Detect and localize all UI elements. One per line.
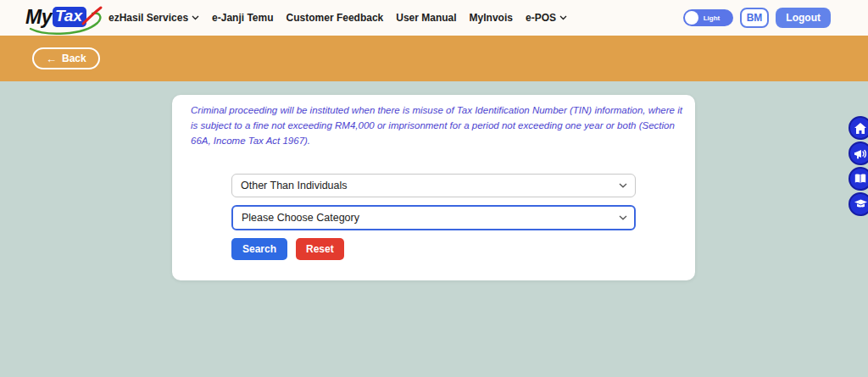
theme-toggle-label: Light <box>704 14 721 22</box>
announcement-icon[interactable] <box>849 141 868 165</box>
toggle-knob <box>685 11 698 25</box>
home-icon[interactable] <box>849 116 868 140</box>
back-button-label: Back <box>62 53 86 64</box>
logo-text-my: My <box>25 6 52 29</box>
menu-item-myinvois[interactable]: MyInvois <box>470 12 513 24</box>
category-select-wrap: Please Choose Category <box>231 205 636 230</box>
menu-label: Customer Feedback <box>287 12 384 24</box>
taxpayer-type-select[interactable]: Other Than Individuals <box>231 174 636 197</box>
theme-toggle[interactable]: Light <box>683 9 733 26</box>
graduation-cap-icon[interactable] <box>849 192 868 216</box>
mytax-logo[interactable]: My Tax <box>25 6 86 29</box>
menu-label: MyInvois <box>470 12 513 24</box>
menu-item-e-pos[interactable]: e-POS <box>526 12 567 24</box>
search-button[interactable]: Search <box>231 238 287 260</box>
language-bm-button[interactable]: BM <box>740 8 770 28</box>
form-buttons: Search Reset <box>231 238 636 260</box>
floating-icon-rail <box>849 116 868 216</box>
back-button[interactable]: ← Back <box>32 47 100 69</box>
main-content: Criminal proceeding will be instituted w… <box>0 95 868 280</box>
menu-label: e-POS <box>526 12 556 24</box>
menu-item-e-janji-temu[interactable]: e-Janji Temu <box>212 12 273 24</box>
category-select[interactable]: Please Choose Category <box>231 205 636 230</box>
book-icon[interactable] <box>849 167 868 191</box>
chevron-down-icon <box>559 15 567 20</box>
menu-item-customer-feedback[interactable]: Customer Feedback <box>287 12 384 24</box>
tin-search-card: Criminal proceeding will be instituted w… <box>172 95 695 280</box>
taxpayer-type-select-wrap: Other Than Individuals <box>231 174 636 197</box>
navbar-right-controls: Light BM Logout <box>683 8 831 28</box>
top-navbar: My Tax ezHasil Services e-Janji Temu Cus… <box>0 0 868 36</box>
search-form: Other Than Individuals Please Choose Cat… <box>231 174 636 260</box>
main-menu: ezHasil Services e-Janji Temu Customer F… <box>108 12 567 24</box>
menu-label: e-Janji Temu <box>212 12 273 24</box>
menu-item-user-manual[interactable]: User Manual <box>396 12 456 24</box>
menu-item-ezhasil-services[interactable]: ezHasil Services <box>108 12 199 24</box>
reset-button[interactable]: Reset <box>296 238 344 260</box>
logo-text-tax: Tax <box>53 7 86 27</box>
back-arrow-icon: ← <box>46 53 57 64</box>
menu-label: User Manual <box>396 12 456 24</box>
logout-button[interactable]: Logout <box>776 8 831 28</box>
chevron-down-icon <box>192 15 199 20</box>
menu-label: ezHasil Services <box>108 12 188 24</box>
criminal-proceeding-notice: Criminal proceeding will be instituted w… <box>191 103 687 148</box>
subheader-bar: ← Back <box>0 36 868 81</box>
